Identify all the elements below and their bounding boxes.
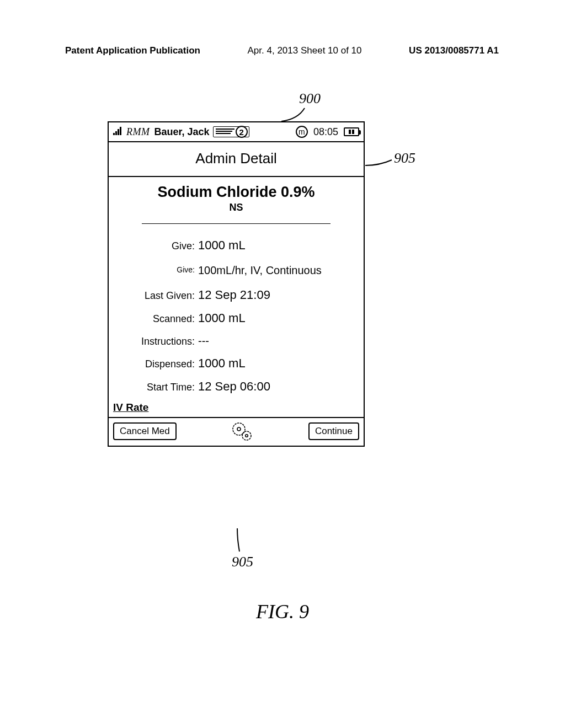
device-frame: RMM Bauer, Jack 2 m 08:05 Admin Detail S…	[108, 121, 365, 447]
give-amount-label: Give:	[125, 241, 198, 251]
give-rate-value: 100mL/hr, IV, Continuous	[198, 265, 322, 276]
patient-name: Bauer, Jack	[154, 126, 209, 138]
start-time-label: Start Time:	[125, 382, 198, 392]
give-amount-value: 1000 mL	[198, 239, 246, 251]
publication-type: Patent Application Publication	[65, 45, 200, 56]
scanned-value: 1000 mL	[198, 312, 246, 324]
drug-abbr: NS	[121, 202, 351, 213]
dispensed-value: 1000 mL	[198, 357, 246, 370]
patent-header: Patent Application Publication Apr. 4, 2…	[65, 45, 499, 56]
ref-905-right: 905	[394, 150, 415, 167]
svg-rect-0	[113, 133, 115, 135]
publication-number: US 2013/0085771 A1	[409, 45, 499, 56]
cancel-med-button[interactable]: Cancel Med	[113, 422, 177, 440]
clock-time: 08:05	[313, 126, 338, 138]
sheet-info: Apr. 4, 2013 Sheet 10 of 10	[248, 45, 362, 56]
screen-title: Admin Detail	[109, 142, 364, 176]
last-given-value: 12 Sep 21:09	[198, 289, 270, 301]
settings-gears-icon[interactable]	[230, 421, 254, 441]
drug-name: Sodium Chloride 0.9%	[121, 184, 351, 201]
ref-900: 900	[299, 90, 321, 107]
give-rate-label: Give:	[125, 265, 198, 274]
status-bar: RMM Bauer, Jack 2 m 08:05	[109, 122, 364, 141]
svg-point-5	[237, 427, 241, 431]
scanned-label: Scanned:	[125, 314, 198, 324]
instructions-label: Instructions:	[125, 336, 198, 346]
progress-pill: 2	[213, 126, 249, 137]
notification-badge: 2	[236, 126, 248, 138]
ref-905-bottom: 905	[232, 554, 253, 570]
app-abbr: RMM	[126, 126, 150, 138]
mode-icon: m	[296, 126, 308, 138]
last-given-label: Last Given:	[125, 291, 198, 301]
figure-label: FIG. 9	[0, 600, 565, 623]
svg-rect-2	[118, 129, 119, 135]
dispensed-label: Dispensed:	[125, 359, 198, 369]
admin-details: Give: 1000 mL Give: 100mL/hr, IV, Contin…	[109, 227, 364, 402]
instructions-value: ---	[198, 335, 209, 346]
medication-header: Sodium Chloride 0.9% NS	[109, 177, 364, 227]
iv-rate-link[interactable]: IV Rate	[109, 402, 364, 417]
continue-button[interactable]: Continue	[308, 422, 359, 440]
bottom-bar: Cancel Med Continue	[109, 418, 364, 446]
signal-icon	[113, 126, 123, 137]
svg-rect-1	[115, 131, 117, 135]
svg-rect-3	[120, 127, 121, 135]
svg-point-6	[242, 431, 251, 440]
start-time-value: 12 Sep 06:00	[198, 381, 270, 393]
svg-point-7	[246, 435, 248, 437]
battery-icon	[344, 127, 359, 136]
